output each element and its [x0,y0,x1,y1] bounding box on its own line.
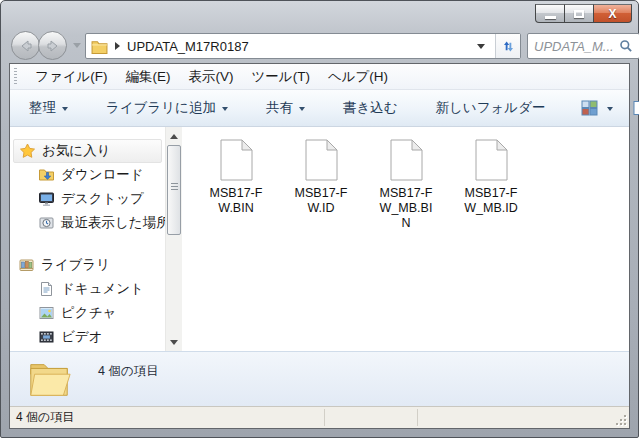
menu-tools[interactable]: ツール(T) [243,65,319,89]
pictures-label: ピクチャ [61,304,116,322]
sidebar-group-libraries[interactable]: ライブラリ [10,253,165,277]
add-to-library-label: ライブラリに追加 [106,99,216,117]
file-icon [475,139,508,181]
chevron-down-icon [299,107,305,111]
status-bar: 4 個の項目 [10,406,629,428]
preview-pane-button[interactable] [628,96,639,120]
desktop-label: デスクトップ [61,190,144,208]
window-controls: X [536,4,632,23]
downloads-label: ダウンロード [61,166,144,184]
recent-places-icon [38,215,55,231]
pictures-icon [38,305,55,321]
recent-places-label: 最近表示した場所 [61,214,165,232]
details-item-count: 4 個の項目 [98,363,159,380]
desktop-icon [38,191,55,207]
file-icon [390,139,423,181]
search-box[interactable]: UPDATA_M... [527,33,639,59]
videos-label: ビデオ [61,328,102,346]
forward-arrow-icon [45,38,61,54]
refresh-icon [501,39,516,54]
search-input[interactable]: UPDATA_M... [534,39,619,54]
menu-bar: ファイル(F) 編集(E) 表示(V) ツール(T) ヘルプ(H) [10,64,629,90]
new-folder-label: 新しいフォルダー [436,99,546,117]
documents-label: ドキュメント [61,280,144,298]
close-button[interactable]: X [593,4,632,23]
content-area: お気に入り ダウンロード デスクトップ [10,127,629,351]
breadcrumb-folder: UPDATA_M17R0187 [127,39,249,54]
share-button[interactable]: 共有 [259,94,312,122]
file-icon [220,139,253,181]
status-divider [417,409,418,426]
address-bar[interactable]: UPDATA_M17R0187 [85,33,521,59]
menu-file[interactable]: ファイル(F) [26,65,117,89]
menu-view[interactable]: 表示(V) [180,65,243,89]
favorites-label: お気に入り [42,142,110,160]
address-dropdown-icon[interactable] [477,44,485,49]
scrollbar-thumb[interactable] [167,145,181,235]
back-arrow-icon [18,38,34,54]
libraries-icon [18,257,35,273]
status-divider [324,409,325,426]
forward-button[interactable] [38,31,67,60]
file-name: MSB17-FW.BIN [207,186,265,216]
file-item[interactable]: MSB17-FW_MB.BIN [374,139,438,231]
back-button[interactable] [11,31,40,60]
arrow-down-icon [170,340,178,345]
explorer-client-area: ファイル(F) 編集(E) 表示(V) ツール(T) ヘルプ(H) 整理 ライブ… [9,63,630,429]
folder-icon [91,39,108,54]
sidebar-item-desktop[interactable]: デスクトップ [10,187,165,211]
refresh-button[interactable] [495,34,520,58]
recent-pages-dropdown[interactable] [73,43,81,48]
file-name: MSB17-FW_MB.ID [462,186,520,216]
change-view-button[interactable] [576,96,618,120]
chevron-down-icon [62,107,68,111]
maximize-icon [574,10,584,18]
sidebar-item-documents[interactable]: ドキュメント [10,277,165,301]
add-to-library-button[interactable]: ライブラリに追加 [99,94,235,122]
file-item[interactable]: MSB17-FW.ID [289,139,353,216]
file-icon [305,139,338,181]
libraries-label: ライブラリ [41,256,110,274]
sidebar-item-recent-places[interactable]: 最近表示した場所 [10,211,165,235]
burn-button[interactable]: 書き込む [336,94,405,122]
video-icon [38,329,55,345]
burn-label: 書き込む [343,99,398,117]
minimize-icon [545,16,556,19]
file-name: MSB17-FW_MB.BIN [377,186,435,231]
minimize-button[interactable] [535,4,565,23]
document-icon [38,281,55,297]
scroll-up-button[interactable] [166,128,182,144]
sidebar-item-downloads[interactable]: ダウンロード [10,163,165,187]
organize-button[interactable]: 整理 [22,94,75,122]
close-icon: X [608,7,616,21]
breadcrumb[interactable]: UPDATA_M17R0187 [86,39,471,54]
file-item[interactable]: MSB17-FW_MB.ID [459,139,523,216]
organize-label: 整理 [29,99,56,117]
details-pane: 4 個の項目 [10,351,629,406]
window-frame: X UPDATA_M17R0187 [0,0,639,438]
share-label: 共有 [266,99,293,117]
maximize-button[interactable] [564,4,594,23]
preview-pane-icon [633,100,639,116]
new-folder-button[interactable]: 新しいフォルダー [429,94,553,122]
folder-large-icon [26,357,72,401]
sidebar-item-videos[interactable]: ビデオ [10,325,165,349]
star-icon [19,143,36,159]
views-icon [581,100,598,116]
resize-grip[interactable] [615,414,627,426]
scroll-down-button[interactable] [166,334,182,350]
menu-help[interactable]: ヘルプ(H) [319,65,397,89]
command-toolbar: 整理 ライブラリに追加 共有 書き込む 新しいフォルダー [10,90,629,127]
menu-edit[interactable]: 編集(E) [117,65,180,89]
file-item[interactable]: MSB17-FW.BIN [204,139,268,216]
downloads-folder-icon [38,167,55,183]
navigation-pane: お気に入り ダウンロード デスクトップ [10,127,165,351]
chevron-down-icon [607,107,613,111]
sidebar-scrollbar[interactable] [165,127,182,351]
sidebar-item-pictures[interactable]: ピクチャ [10,301,165,325]
sidebar-group-favorites[interactable]: お気に入り [13,139,162,163]
search-icon[interactable] [619,39,633,53]
status-item-count: 4 個の項目 [16,409,74,426]
navigation-bar: UPDATA_M17R0187 UPDATA_M... [9,29,630,63]
chevron-down-icon [222,107,228,111]
